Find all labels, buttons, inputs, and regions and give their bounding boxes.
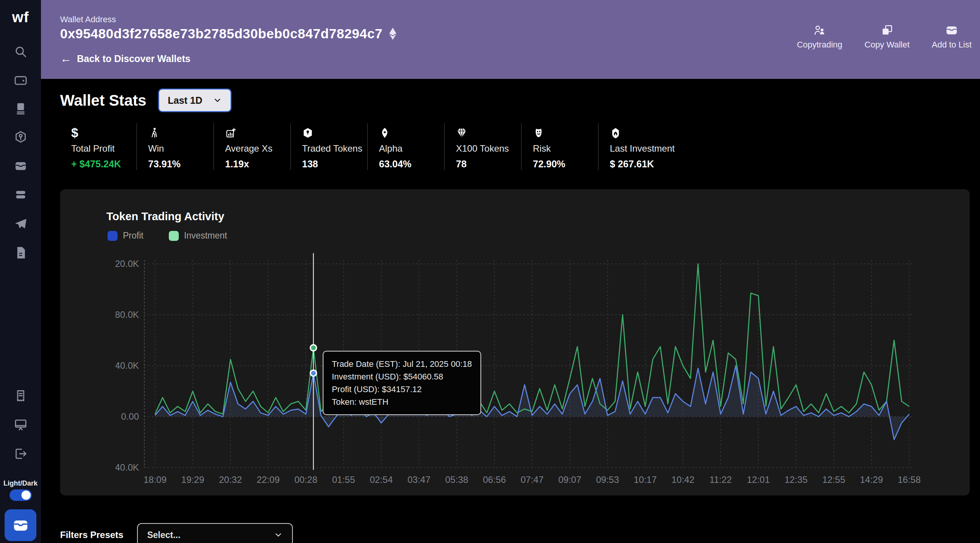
svg-text:40.0K: 40.0K (116, 360, 139, 371)
svg-text:18:09: 18:09 (144, 474, 167, 485)
light-dark-label: Light/Dark (0, 479, 41, 487)
svg-text:05:38: 05:38 (445, 474, 468, 485)
list-bars-icon[interactable] (13, 187, 28, 202)
wallet-fab-button[interactable] (5, 509, 36, 541)
stat-alpha: Alpha 63.04% (368, 123, 445, 170)
copytrading-label: Copytrading (797, 40, 843, 50)
svg-text:00:28: 00:28 (294, 474, 317, 485)
copy-wallet-button[interactable]: Copy Wallet (864, 24, 910, 50)
svg-text:01:55: 01:55 (332, 474, 355, 485)
receipt-icon[interactable] (13, 389, 28, 403)
wallet-stats-title: Wallet Stats (60, 92, 146, 109)
wallet-icon[interactable] (13, 73, 28, 87)
svg-text:80.0K: 80.0K (116, 309, 139, 320)
svg-text:12:55: 12:55 (822, 474, 845, 485)
presentation-icon[interactable] (13, 417, 28, 432)
tooltip-token: Token: wstETH (332, 396, 472, 408)
chart-title: Token Trading Activity (106, 210, 224, 223)
search-icon[interactable] (13, 44, 28, 59)
filters-presets-value: Select... (147, 530, 180, 540)
svg-text:14:29: 14:29 (860, 474, 883, 485)
token-trading-activity-card: Token Trading Activity Profit Investment… (60, 189, 970, 496)
stat-total-profit: $ Total Profit + $475.24K (60, 123, 137, 170)
svg-text:11:22: 11:22 (709, 474, 732, 485)
reader-icon[interactable] (13, 101, 28, 116)
dollar-icon: $ (71, 123, 136, 139)
package-pin-icon (302, 123, 367, 139)
stat-risk: Risk 72.90% (522, 123, 599, 170)
period-dropdown[interactable]: Last 1D (158, 89, 231, 112)
svg-text:12:35: 12:35 (784, 474, 807, 485)
svg-text:0.00: 0.00 (121, 411, 139, 422)
telegram-icon[interactable] (13, 217, 28, 231)
wallet-header: Wallet Address 0x95480d3f27658e73b2785d3… (41, 0, 980, 79)
stats-strip: $ Total Profit + $475.24K Win 73.91% Ave… (60, 123, 980, 170)
marker-icon (379, 123, 444, 139)
back-arrow-icon: ← (60, 53, 72, 64)
copy-wallet-label: Copy Wallet (864, 40, 910, 50)
add-to-list-icon (945, 24, 958, 37)
shield-home-icon (610, 123, 698, 139)
profit-swatch (108, 231, 118, 241)
svg-text:10:42: 10:42 (671, 474, 694, 485)
logout-icon[interactable] (13, 447, 28, 461)
svg-text:09:53: 09:53 (596, 474, 619, 485)
wallet-address-label: Wallet Address (60, 15, 116, 25)
tooltip-profit: Profit (USD): $34157.12 (332, 383, 472, 396)
toggle-knob (21, 491, 31, 500)
add-to-list-label: Add to List (932, 40, 972, 50)
svg-text:03:47: 03:47 (407, 474, 430, 485)
svg-text:02:54: 02:54 (370, 474, 393, 485)
svg-text:16:58: 16:58 (898, 474, 921, 485)
copy-wallet-icon (880, 24, 893, 37)
svg-text:06:56: 06:56 (483, 474, 506, 485)
filters-presets-dropdown[interactable]: Select... (137, 523, 293, 543)
document-icon[interactable] (13, 245, 28, 260)
chart-legend: Profit Investment (108, 231, 227, 241)
svg-text:22:09: 22:09 (256, 474, 279, 485)
trading-activity-chart: 120.0K80.0K40.0K0.00-40.0K18:0919:2920:3… (116, 250, 923, 497)
svg-text:12:01: 12:01 (747, 474, 770, 485)
svg-text:19:29: 19:29 (181, 474, 204, 485)
tooltip-investment: Investment (USD): $54060.58 (332, 370, 472, 383)
svg-text:-40.0K: -40.0K (116, 462, 139, 473)
copytrading-button[interactable]: Copytrading (797, 24, 843, 50)
period-dropdown-value: Last 1D (168, 95, 202, 106)
chart-plus-icon (225, 123, 290, 139)
chevron-down-icon (274, 530, 283, 540)
ethereum-icon (387, 27, 399, 40)
chevron-down-icon (213, 96, 222, 105)
stat-x100-tokens: X100 Tokens 78 (445, 123, 522, 170)
walker-icon (148, 123, 213, 139)
back-link-label: Back to Discover Wallets (77, 53, 190, 64)
stat-last-investment: Last Investment $ 267.61K (599, 123, 698, 170)
filters-presets-label: Filters Presets (60, 530, 123, 540)
sidebar: wf Light/Dark (0, 0, 41, 543)
svg-text:120.0K: 120.0K (116, 258, 139, 269)
chart-plot-area[interactable]: 120.0K80.0K40.0K0.00-40.0K18:0919:2920:3… (116, 250, 923, 497)
app-logo[interactable]: wf (0, 9, 41, 26)
chart-tooltip: Trade Date (EST): Jul 21, 2025 00:18 Inv… (323, 351, 481, 415)
svg-text:20:32: 20:32 (219, 474, 242, 485)
legend-investment[interactable]: Investment (169, 231, 227, 241)
inbox-wallet-icon[interactable] (13, 159, 28, 173)
copytrading-icon (813, 24, 826, 37)
legend-profit[interactable]: Profit (108, 231, 144, 241)
stat-win: Win 73.91% (137, 123, 214, 170)
gem-icon (456, 123, 521, 139)
svg-text:09:07: 09:07 (558, 474, 581, 485)
main-content: Wallet Stats Last 1D $ Total Profit + $4… (41, 79, 980, 543)
svg-text:10:17: 10:17 (634, 474, 657, 485)
stat-traded-tokens: Traded Tokens 138 (291, 123, 368, 170)
back-to-discover-link[interactable]: ← Back to Discover Wallets (60, 53, 190, 64)
add-to-list-button[interactable]: Add to List (932, 24, 972, 50)
stat-average-xs: Average Xs 1.19x (214, 123, 291, 170)
tooltip-trade-date: Trade Date (EST): Jul 21, 2025 00:18 (332, 358, 472, 370)
investment-swatch (169, 231, 179, 241)
light-dark-toggle[interactable] (10, 489, 32, 501)
package-icon[interactable] (13, 130, 28, 144)
mask-icon (533, 123, 598, 139)
svg-text:07:47: 07:47 (521, 474, 544, 485)
wallet-address: 0x95480d3f27658e73b2785d30beb0c847d78294… (60, 26, 382, 41)
wallet-card-icon (12, 517, 29, 534)
